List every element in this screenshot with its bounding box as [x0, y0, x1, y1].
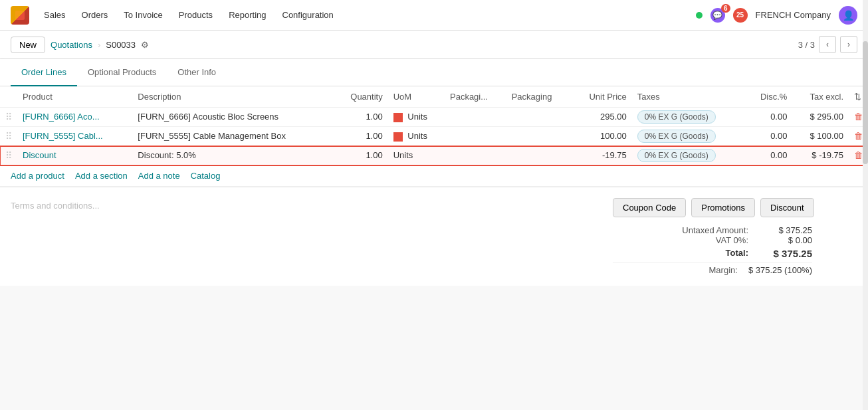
units-icon	[393, 132, 403, 142]
delete-row-icon[interactable]: 🗑	[854, 131, 863, 141]
packaging-cell	[506, 146, 571, 165]
nav-right: 💬 6 25 FRENCH Company 👤	[696, 6, 857, 25]
unit-price-cell[interactable]: 295.00	[571, 108, 632, 127]
nav-orders[interactable]: Orders	[80, 7, 110, 23]
breadcrumb: New Quotations › S00033 ⚙	[11, 37, 149, 53]
company-name[interactable]: FRENCH Company	[756, 10, 831, 20]
col-description: Description	[132, 86, 334, 108]
app-logo[interactable]	[11, 6, 29, 25]
total-label: Total:	[613, 248, 748, 259]
unit-price-cell[interactable]: -19.75	[571, 146, 632, 165]
drag-handle[interactable]: ⠿	[5, 131, 12, 142]
quantity-cell[interactable]: 1.00	[334, 127, 388, 146]
taxes-cell[interactable]: 0% EX G (Goods)	[632, 108, 745, 127]
unit-price-cell[interactable]: 100.00	[571, 127, 632, 146]
margin-value: $ 375.25 (100%)	[748, 265, 812, 275]
scrollbar-track[interactable]	[863, 0, 868, 286]
vat-row: VAT 0%: $ 0.00	[613, 235, 812, 245]
product-description: [FURN_6666] Acoustic Bloc Screens	[138, 112, 278, 122]
product-description: Discount: 5.0%	[138, 150, 195, 160]
catalog-link[interactable]: Catalog	[191, 171, 221, 181]
uom-cell[interactable]: Units	[388, 127, 445, 146]
packaging-cell	[506, 108, 571, 127]
table-row: ⠿ [FURN_6666] Aco... [FURN_6666] Acousti…	[0, 108, 868, 127]
total-row: Total: $ 375.25	[613, 248, 812, 259]
sub-nav: New Quotations › S00033 ⚙ 3 / 3 ‹ ›	[0, 31, 868, 59]
total-value: $ 375.25	[759, 248, 812, 259]
delete-row-icon[interactable]: 🗑	[854, 112, 863, 122]
packaging-qty-cell	[445, 127, 506, 146]
col-taxes: Taxes	[632, 86, 745, 108]
nav-products[interactable]: Products	[177, 7, 214, 23]
quantity-cell[interactable]: 1.00	[334, 108, 388, 127]
nav-sales[interactable]: Sales	[43, 7, 67, 23]
nav-to-invoice[interactable]: To Invoice	[122, 7, 164, 23]
vat-label: VAT 0%:	[613, 235, 748, 245]
quantity-cell[interactable]: 1.00	[334, 146, 388, 165]
tab-optional-products[interactable]: Optional Products	[77, 59, 167, 86]
disc-pct-cell[interactable]: 0.00	[745, 108, 793, 127]
breadcrumb-current: S00033	[106, 40, 136, 50]
discount-button[interactable]: Discount	[760, 198, 814, 217]
uom-label: Units	[393, 150, 413, 160]
breadcrumb-parent[interactable]: Quotations	[51, 40, 92, 50]
tab-other-info[interactable]: Other Info	[167, 59, 227, 86]
top-nav: Sales Orders To Invoice Products Reporti…	[0, 0, 868, 31]
nav-configuration[interactable]: Configuration	[281, 7, 335, 23]
scrollbar-thumb[interactable]	[863, 41, 868, 164]
product-link[interactable]: Discount	[23, 150, 56, 160]
activity-button[interactable]: 25	[733, 8, 748, 23]
tax-badge: 0% EX G (Goods)	[637, 130, 716, 143]
chat-button[interactable]: 💬 6	[710, 8, 725, 23]
pagination-text: 3 / 3	[798, 40, 815, 50]
product-link[interactable]: [FURN_6666] Aco...	[23, 112, 100, 122]
col-tax-excl: Tax excl.	[792, 86, 849, 108]
col-quantity: Quantity	[334, 86, 388, 108]
margin-label: Margin:	[613, 265, 738, 275]
new-button[interactable]: New	[11, 37, 45, 53]
vat-value: $ 0.00	[759, 235, 812, 245]
product-link[interactable]: [FURN_5555] Cabl...	[23, 131, 103, 141]
uom-cell[interactable]: Units	[388, 146, 445, 165]
disc-pct-cell[interactable]: 0.00	[745, 146, 793, 165]
settings-icon[interactable]: ⚙	[141, 40, 149, 50]
column-settings-icon[interactable]: ⇅	[854, 92, 861, 102]
drag-handle[interactable]: ⠿	[5, 112, 12, 122]
uom-label: Units	[407, 131, 427, 141]
coupon-code-button[interactable]: Coupon Code	[613, 198, 686, 217]
disc-pct-cell[interactable]: 0.00	[745, 127, 793, 146]
breadcrumb-separator: ›	[98, 40, 100, 50]
terms-section[interactable]: Terms and conditions...	[0, 193, 602, 280]
table-row: ⠿ [FURN_5555] Cabl... [FURN_5555] Cable …	[0, 127, 868, 146]
col-product: Product	[17, 86, 132, 108]
untaxed-row: Untaxed Amount: $ 375.25	[613, 225, 812, 235]
tax-excl-cell: $ 100.00	[792, 127, 849, 146]
col-packaging: Packaging	[506, 86, 571, 108]
product-description: [FURN_5555] Cable Management Box	[138, 131, 286, 141]
tax-badge: 0% EX G (Goods)	[637, 149, 716, 162]
packaging-cell	[506, 127, 571, 146]
delete-row-icon[interactable]: 🗑	[854, 150, 863, 160]
packaging-qty-cell	[445, 108, 506, 127]
tax-badge: 0% EX G (Goods)	[637, 110, 716, 124]
taxes-cell[interactable]: 0% EX G (Goods)	[632, 127, 745, 146]
promotions-button[interactable]: Promotions	[691, 198, 755, 217]
add-note-link[interactable]: Add a note	[138, 171, 180, 181]
next-page-button[interactable]: ›	[840, 36, 857, 53]
packaging-qty-cell	[445, 146, 506, 165]
terms-placeholder: Terms and conditions...	[11, 201, 100, 211]
nav-reporting[interactable]: Reporting	[227, 7, 267, 23]
add-section-link[interactable]: Add a section	[75, 171, 128, 181]
tab-order-lines[interactable]: Order Lines	[11, 59, 77, 86]
discount-row: ⠿ Discount Discount: 5.0% 1.00 Units -19…	[0, 146, 868, 165]
uom-cell[interactable]: Units	[388, 108, 445, 127]
add-actions: Add a product Add a section Add a note C…	[0, 165, 868, 187]
avatar[interactable]: 👤	[839, 6, 857, 25]
prev-page-button[interactable]: ‹	[819, 36, 836, 53]
drag-handle[interactable]: ⠿	[5, 150, 12, 161]
untaxed-label: Untaxed Amount:	[613, 225, 748, 235]
taxes-cell[interactable]: 0% EX G (Goods)	[632, 146, 745, 165]
add-product-link[interactable]: Add a product	[11, 171, 64, 181]
units-icon	[393, 113, 403, 122]
uom-label: Units	[407, 112, 427, 122]
